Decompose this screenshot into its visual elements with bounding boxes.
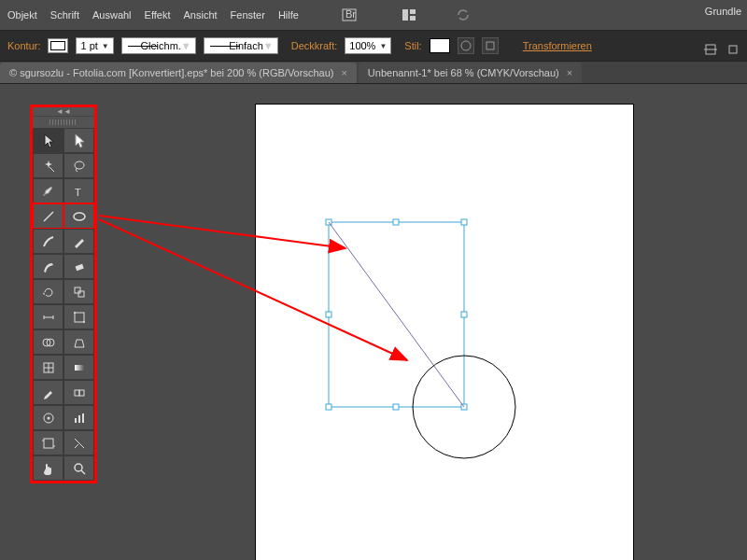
menu-effekt[interactable]: Effekt: [145, 9, 171, 21]
stroke-weight[interactable]: 1 pt▼: [76, 37, 113, 54]
tool-perspective[interactable]: [63, 329, 94, 355]
eyedropper-icon: [41, 385, 56, 400]
tool-mesh[interactable]: [33, 355, 63, 380]
sync-icon[interactable]: [456, 7, 471, 22]
menu-auswahl[interactable]: Auswahl: [92, 9, 132, 21]
tool-brush[interactable]: [33, 229, 63, 254]
stroke-label: Kontur:: [7, 40, 40, 51]
tool-lasso[interactable]: [63, 153, 94, 178]
svg-point-24: [75, 161, 84, 169]
lasso-icon: [72, 159, 87, 174]
svg-rect-29: [75, 287, 80, 293]
type-icon: T: [72, 184, 87, 199]
tool-gradient[interactable]: [63, 355, 94, 380]
artboard-icon: [41, 436, 56, 451]
symbol-icon: [41, 411, 56, 426]
style-label: Stil:: [404, 40, 421, 51]
tool-pencil[interactable]: [63, 229, 94, 254]
scale-icon: [72, 285, 87, 300]
svg-rect-9: [729, 46, 737, 53]
close-icon[interactable]: ×: [341, 67, 346, 78]
menu-objekt[interactable]: Objekt: [7, 9, 37, 21]
svg-point-32: [74, 312, 76, 314]
grip-handle[interactable]: [33, 117, 94, 128]
svg-point-43: [47, 416, 49, 419]
svg-rect-28: [75, 263, 83, 270]
arrange-icon[interactable]: [402, 7, 416, 22]
opacity-label: Deckkraft:: [291, 40, 338, 51]
tool-zoom[interactable]: [63, 455, 94, 481]
svg-rect-31: [75, 313, 84, 322]
tool-ellipse[interactable]: [63, 203, 94, 229]
graph-icon: [72, 411, 87, 426]
tool-shape-builder[interactable]: [33, 329, 63, 355]
tool-rotate[interactable]: [33, 279, 63, 304]
tool-blob[interactable]: [33, 254, 63, 279]
stroke-dash-2[interactable]: Einfach▼: [204, 37, 278, 54]
tool-slice[interactable]: [63, 430, 94, 455]
tool-blend[interactable]: [63, 380, 94, 405]
svg-text:Br: Br: [345, 8, 356, 20]
stroke-dash-1[interactable]: Gleichm.▼: [121, 37, 196, 54]
svg-rect-2: [402, 9, 408, 21]
svg-rect-40: [75, 390, 79, 396]
tool-eraser[interactable]: [63, 254, 94, 279]
brush-icon: [41, 234, 56, 249]
tool-hand[interactable]: [33, 455, 63, 481]
tool-symbol[interactable]: [33, 405, 63, 430]
opacity-value[interactable]: 100%▼: [345, 37, 391, 54]
svg-line-19: [329, 222, 464, 407]
tool-selection[interactable]: [33, 128, 63, 153]
workspace: ◄◄ T: [0, 84, 747, 560]
gradient-icon: [72, 360, 87, 375]
document-tabs: © sgursozlu - Fotolia.com [Konvertiert].…: [0, 62, 747, 84]
svg-text:T: T: [75, 187, 81, 198]
menu-schrift[interactable]: Schrift: [50, 9, 79, 21]
pencil-icon: [72, 234, 87, 249]
tool-eyedropper[interactable]: [33, 380, 63, 405]
svg-point-33: [83, 321, 85, 323]
svg-rect-39: [75, 365, 84, 371]
stroke-swatch[interactable]: [48, 38, 68, 53]
transform-link[interactable]: Transformieren: [523, 40, 592, 51]
artboard[interactable]: [256, 105, 633, 560]
close-icon[interactable]: ×: [567, 67, 572, 78]
options-bar: Kontur: 1 pt▼ Gleichm.▼ Einfach▼ Deckkra…: [0, 30, 747, 62]
svg-rect-16: [326, 404, 331, 410]
style-swatch[interactable]: [430, 38, 450, 53]
tool-artboard[interactable]: [33, 430, 63, 455]
hand-icon: [41, 461, 56, 476]
tab-document-2[interactable]: Unbenannt-1* bei 68 % (CMYK/Vorschau)×: [359, 63, 582, 83]
svg-rect-12: [393, 219, 399, 225]
tool-pen[interactable]: [33, 178, 63, 203]
svg-point-50: [75, 464, 82, 471]
collapse-handle[interactable]: ◄◄: [33, 107, 94, 117]
svg-point-27: [74, 213, 85, 220]
tool-line[interactable]: [33, 203, 63, 229]
tool-scale[interactable]: [63, 279, 94, 304]
align-icon[interactable]: [482, 37, 499, 54]
workspace-label[interactable]: Grundle: [705, 6, 741, 17]
menu-hilfe[interactable]: Hilfe: [278, 9, 299, 21]
tool-type[interactable]: T: [63, 178, 94, 203]
tab-document-1[interactable]: © sgursozlu - Fotolia.com [Konvertiert].…: [0, 63, 357, 83]
menu-fenster[interactable]: Fenster: [231, 9, 265, 21]
svg-rect-47: [44, 439, 53, 448]
free-transform-icon: [72, 310, 87, 325]
svg-rect-45: [78, 415, 80, 423]
svg-point-5: [461, 41, 471, 50]
tool-free-transform[interactable]: [63, 304, 94, 329]
crop-icon[interactable]: [725, 41, 741, 58]
tool-width[interactable]: [33, 304, 63, 329]
tool-magic-wand[interactable]: [33, 153, 63, 178]
recolor-icon[interactable]: [458, 37, 474, 54]
svg-line-26: [44, 212, 53, 221]
svg-rect-4: [410, 16, 416, 21]
menu-ansicht[interactable]: Ansicht: [184, 9, 218, 21]
tool-graph[interactable]: [63, 405, 94, 430]
isolate-icon[interactable]: [702, 41, 719, 58]
bridge-icon[interactable]: Br: [342, 7, 357, 22]
svg-rect-17: [393, 404, 399, 410]
tool-direct-selection[interactable]: [63, 128, 94, 153]
blob-icon: [41, 259, 56, 274]
